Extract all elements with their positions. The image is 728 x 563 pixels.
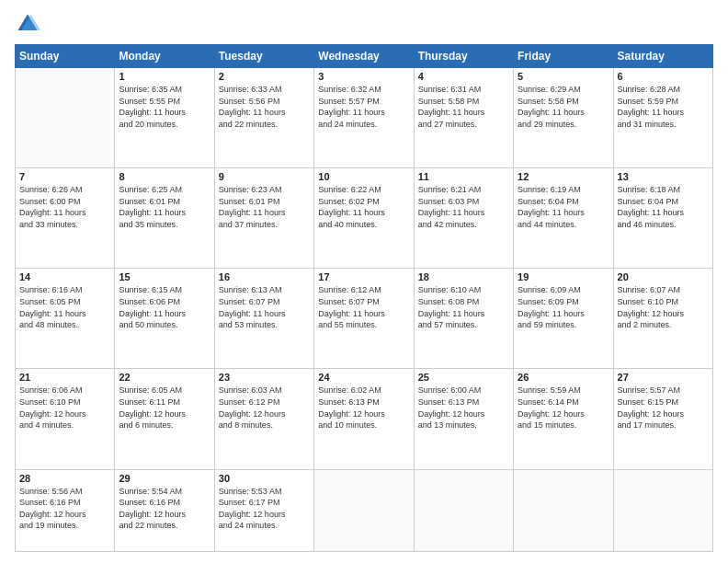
calendar-cell: 19Sunrise: 6:09 AM Sunset: 6:09 PM Dayli… <box>514 269 613 369</box>
cell-details: Sunrise: 6:32 AM Sunset: 5:57 PM Dayligh… <box>318 84 409 130</box>
calendar-cell: 25Sunrise: 6:00 AM Sunset: 6:13 PM Dayli… <box>414 369 513 469</box>
calendar-cell <box>16 68 115 168</box>
day-number: 30 <box>219 473 310 484</box>
cell-details: Sunrise: 6:23 AM Sunset: 6:01 PM Dayligh… <box>219 184 310 230</box>
cell-details: Sunrise: 6:10 AM Sunset: 6:08 PM Dayligh… <box>418 284 509 330</box>
calendar-cell: 17Sunrise: 6:12 AM Sunset: 6:07 PM Dayli… <box>314 269 414 369</box>
calendar-cell: 9Sunrise: 6:23 AM Sunset: 6:01 PM Daylig… <box>214 168 313 269</box>
cell-details: Sunrise: 5:59 AM Sunset: 6:14 PM Dayligh… <box>518 385 609 431</box>
cell-details: Sunrise: 6:02 AM Sunset: 6:13 PM Dayligh… <box>318 385 409 431</box>
day-number: 4 <box>418 71 509 82</box>
calendar-cell: 4Sunrise: 6:31 AM Sunset: 5:58 PM Daylig… <box>414 68 513 168</box>
cell-details: Sunrise: 5:54 AM Sunset: 6:16 PM Dayligh… <box>119 486 210 532</box>
weekday-header: Friday <box>514 45 613 68</box>
weekday-header: Monday <box>115 45 214 68</box>
day-number: 23 <box>219 372 310 383</box>
day-number: 27 <box>618 372 709 383</box>
calendar-cell: 7Sunrise: 6:26 AM Sunset: 6:00 PM Daylig… <box>16 168 115 269</box>
calendar-cell <box>314 469 414 551</box>
day-number: 26 <box>518 372 609 383</box>
calendar-cell: 20Sunrise: 6:07 AM Sunset: 6:10 PM Dayli… <box>613 269 712 369</box>
header <box>15 11 713 37</box>
weekday-header: Sunday <box>16 45 115 68</box>
calendar-cell: 15Sunrise: 6:15 AM Sunset: 6:06 PM Dayli… <box>115 269 214 369</box>
cell-details: Sunrise: 6:25 AM Sunset: 6:01 PM Dayligh… <box>119 184 210 230</box>
day-number: 29 <box>119 473 210 484</box>
cell-details: Sunrise: 6:35 AM Sunset: 5:55 PM Dayligh… <box>119 84 210 130</box>
day-number: 24 <box>318 372 409 383</box>
day-number: 17 <box>318 271 409 282</box>
day-number: 6 <box>618 71 709 82</box>
calendar-cell: 13Sunrise: 6:18 AM Sunset: 6:04 PM Dayli… <box>613 168 712 269</box>
cell-details: Sunrise: 5:56 AM Sunset: 6:16 PM Dayligh… <box>19 486 110 532</box>
day-number: 5 <box>518 71 609 82</box>
day-number: 13 <box>618 171 709 182</box>
logo <box>15 11 44 37</box>
cell-details: Sunrise: 5:57 AM Sunset: 6:15 PM Dayligh… <box>618 385 709 431</box>
calendar-cell: 8Sunrise: 6:25 AM Sunset: 6:01 PM Daylig… <box>115 168 214 269</box>
cell-details: Sunrise: 6:18 AM Sunset: 6:04 PM Dayligh… <box>618 184 709 230</box>
cell-details: Sunrise: 6:06 AM Sunset: 6:10 PM Dayligh… <box>19 385 110 431</box>
calendar-cell: 16Sunrise: 6:13 AM Sunset: 6:07 PM Dayli… <box>214 269 313 369</box>
cell-details: Sunrise: 6:07 AM Sunset: 6:10 PM Dayligh… <box>618 284 709 330</box>
day-number: 7 <box>19 171 110 182</box>
calendar-cell <box>514 469 613 551</box>
calendar-cell: 14Sunrise: 6:16 AM Sunset: 6:05 PM Dayli… <box>16 269 115 369</box>
day-number: 14 <box>19 271 110 282</box>
day-number: 2 <box>219 71 310 82</box>
calendar-cell: 3Sunrise: 6:32 AM Sunset: 5:57 PM Daylig… <box>314 68 414 168</box>
day-number: 18 <box>418 271 509 282</box>
weekday-header: Tuesday <box>214 45 313 68</box>
calendar-cell: 27Sunrise: 5:57 AM Sunset: 6:15 PM Dayli… <box>613 369 712 469</box>
calendar-cell: 2Sunrise: 6:33 AM Sunset: 5:56 PM Daylig… <box>214 68 313 168</box>
day-number: 22 <box>119 372 210 383</box>
cell-details: Sunrise: 6:26 AM Sunset: 6:00 PM Dayligh… <box>19 184 110 230</box>
cell-details: Sunrise: 6:13 AM Sunset: 6:07 PM Dayligh… <box>219 284 310 330</box>
calendar-cell: 29Sunrise: 5:54 AM Sunset: 6:16 PM Dayli… <box>115 469 214 551</box>
calendar-cell: 11Sunrise: 6:21 AM Sunset: 6:03 PM Dayli… <box>414 168 513 269</box>
day-number: 10 <box>318 171 409 182</box>
calendar-cell: 1Sunrise: 6:35 AM Sunset: 5:55 PM Daylig… <box>115 68 214 168</box>
day-number: 16 <box>219 271 310 282</box>
calendar-cell: 12Sunrise: 6:19 AM Sunset: 6:04 PM Dayli… <box>514 168 613 269</box>
calendar-cell: 24Sunrise: 6:02 AM Sunset: 6:13 PM Dayli… <box>314 369 414 469</box>
cell-details: Sunrise: 6:05 AM Sunset: 6:11 PM Dayligh… <box>119 385 210 431</box>
calendar-cell: 26Sunrise: 5:59 AM Sunset: 6:14 PM Dayli… <box>514 369 613 469</box>
day-number: 9 <box>219 171 310 182</box>
cell-details: Sunrise: 6:21 AM Sunset: 6:03 PM Dayligh… <box>418 184 509 230</box>
day-number: 25 <box>418 372 509 383</box>
day-number: 15 <box>119 271 210 282</box>
calendar-cell: 10Sunrise: 6:22 AM Sunset: 6:02 PM Dayli… <box>314 168 414 269</box>
cell-details: Sunrise: 6:31 AM Sunset: 5:58 PM Dayligh… <box>418 84 509 130</box>
day-number: 11 <box>418 171 509 182</box>
cell-details: Sunrise: 6:29 AM Sunset: 5:58 PM Dayligh… <box>518 84 609 130</box>
cell-details: Sunrise: 6:22 AM Sunset: 6:02 PM Dayligh… <box>318 184 409 230</box>
day-number: 19 <box>518 271 609 282</box>
cell-details: Sunrise: 6:09 AM Sunset: 6:09 PM Dayligh… <box>518 284 609 330</box>
calendar-cell: 22Sunrise: 6:05 AM Sunset: 6:11 PM Dayli… <box>115 369 214 469</box>
day-number: 3 <box>318 71 409 82</box>
calendar-cell <box>414 469 513 551</box>
calendar-cell <box>613 469 712 551</box>
page: SundayMondayTuesdayWednesdayThursdayFrid… <box>0 0 728 563</box>
cell-details: Sunrise: 6:28 AM Sunset: 5:59 PM Dayligh… <box>618 84 709 130</box>
day-number: 8 <box>119 171 210 182</box>
weekday-header: Wednesday <box>314 45 414 68</box>
weekday-header: Thursday <box>414 45 513 68</box>
calendar-cell: 6Sunrise: 6:28 AM Sunset: 5:59 PM Daylig… <box>613 68 712 168</box>
calendar-cell: 28Sunrise: 5:56 AM Sunset: 6:16 PM Dayli… <box>16 469 115 551</box>
cell-details: Sunrise: 6:19 AM Sunset: 6:04 PM Dayligh… <box>518 184 609 230</box>
calendar-cell: 5Sunrise: 6:29 AM Sunset: 5:58 PM Daylig… <box>514 68 613 168</box>
cell-details: Sunrise: 6:12 AM Sunset: 6:07 PM Dayligh… <box>318 284 409 330</box>
day-number: 1 <box>119 71 210 82</box>
calendar-cell: 18Sunrise: 6:10 AM Sunset: 6:08 PM Dayli… <box>414 269 513 369</box>
cell-details: Sunrise: 6:03 AM Sunset: 6:12 PM Dayligh… <box>219 385 310 431</box>
day-number: 12 <box>518 171 609 182</box>
cell-details: Sunrise: 6:33 AM Sunset: 5:56 PM Dayligh… <box>219 84 310 130</box>
weekday-header: Saturday <box>613 45 712 68</box>
calendar-cell: 21Sunrise: 6:06 AM Sunset: 6:10 PM Dayli… <box>16 369 115 469</box>
logo-icon <box>15 11 40 37</box>
calendar-cell: 30Sunrise: 5:53 AM Sunset: 6:17 PM Dayli… <box>214 469 313 551</box>
cell-details: Sunrise: 6:16 AM Sunset: 6:05 PM Dayligh… <box>19 284 110 330</box>
calendar-table: SundayMondayTuesdayWednesdayThursdayFrid… <box>15 44 713 552</box>
